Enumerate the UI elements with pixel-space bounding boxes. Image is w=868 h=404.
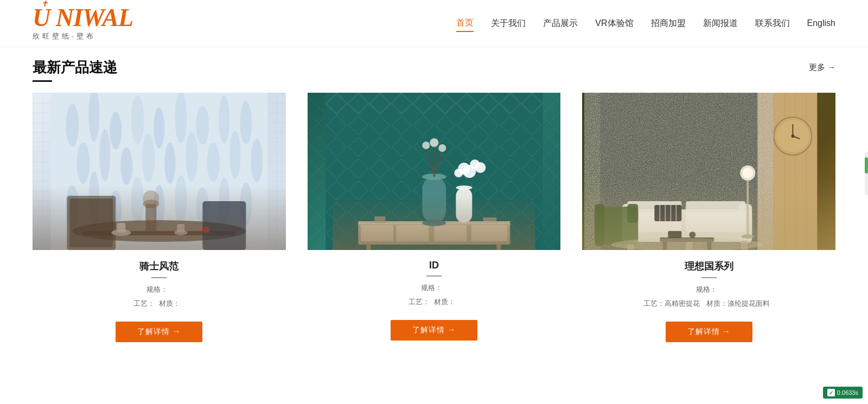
svg-rect-92 xyxy=(686,241,693,250)
svg-rect-100 xyxy=(595,204,605,246)
svg-point-56 xyxy=(456,185,472,190)
product-specs-1: 规格： 工艺：材质： xyxy=(38,283,280,311)
product-info-1: 骑士风范 规格： 工艺：材质： 了解详情 → xyxy=(33,250,286,342)
products-grid: 骑士风范 规格： 工艺：材质： 了解详情 → xyxy=(33,93,835,342)
product-name-1: 骑士风范 xyxy=(38,260,280,273)
svg-rect-29 xyxy=(83,231,235,235)
nav-item-contact[interactable]: 联系我们 xyxy=(755,16,790,31)
svg-rect-31 xyxy=(69,198,113,247)
product-name-3: 理想国系列 xyxy=(588,260,830,273)
product-card-3: 理想国系列 规格： 工艺：高精密提花 材质：涤纶提花面料 了解详情 → xyxy=(582,93,835,342)
svg-rect-37 xyxy=(117,223,125,233)
svg-rect-84 xyxy=(622,209,752,242)
nav-item-about[interactable]: 关于我们 xyxy=(491,16,526,31)
product-divider-2 xyxy=(426,275,442,277)
svg-rect-88 xyxy=(686,210,746,232)
product-info-2: ID 规格： 工艺：材质： 了解详情 → xyxy=(308,250,561,341)
svg-rect-45 xyxy=(358,221,510,225)
svg-rect-90 xyxy=(686,201,746,212)
main-content: 最新产品速递 更多 → xyxy=(0,47,868,364)
svg-rect-51 xyxy=(496,243,501,250)
svg-point-65 xyxy=(422,142,430,149)
svg-point-21 xyxy=(110,190,122,228)
svg-rect-46 xyxy=(361,225,393,241)
svg-point-3 xyxy=(110,112,122,150)
svg-point-110 xyxy=(742,234,755,239)
product-image-svg-1 xyxy=(33,93,286,250)
svg-rect-101 xyxy=(628,204,639,223)
logo-area: U✝ UNIWALNIWAL 欣旺壁纸·壁布 xyxy=(33,5,133,41)
svg-point-23 xyxy=(154,185,164,226)
product-card-2: ID 规格： 工艺：材质： 了解详情 → xyxy=(308,93,561,342)
svg-rect-30 xyxy=(67,196,116,250)
svg-rect-89 xyxy=(628,201,682,212)
svg-point-8 xyxy=(219,96,229,144)
svg-rect-93 xyxy=(742,241,748,250)
svg-point-6 xyxy=(175,93,187,143)
product-divider-1 xyxy=(151,277,167,278)
svg-rect-104 xyxy=(707,242,712,250)
svg-rect-83 xyxy=(601,93,758,250)
svg-rect-47 xyxy=(396,225,429,241)
nav-item-news[interactable]: 新闻报道 xyxy=(703,16,738,31)
svg-point-7 xyxy=(196,106,209,145)
product-image-2[interactable] xyxy=(308,93,561,250)
svg-point-10 xyxy=(76,143,90,184)
svg-point-66 xyxy=(430,138,438,147)
svg-point-15 xyxy=(186,132,197,182)
svg-point-1 xyxy=(66,104,79,147)
scrollbar-indicator[interactable] xyxy=(865,152,868,195)
section-title: 最新产品速递 xyxy=(33,58,117,77)
learn-more-button-2[interactable]: 了解详情 → xyxy=(391,320,477,341)
svg-point-11 xyxy=(99,129,110,181)
svg-rect-107 xyxy=(747,174,749,236)
svg-point-59 xyxy=(470,159,480,169)
learn-more-button-1[interactable]: 了解详情 → xyxy=(116,322,202,342)
svg-rect-55 xyxy=(456,188,472,223)
svg-point-16 xyxy=(207,143,220,182)
product-specs-3: 规格： 工艺：高精密提花 材质：涤纶提花面料 xyxy=(588,283,830,311)
svg-point-25 xyxy=(196,187,209,226)
svg-rect-48 xyxy=(434,225,467,241)
svg-point-35 xyxy=(143,190,159,207)
svg-rect-91 xyxy=(628,241,634,250)
svg-rect-39 xyxy=(177,224,184,233)
svg-point-9 xyxy=(240,101,252,144)
logo-u: U✝ xyxy=(33,4,56,31)
svg-rect-99 xyxy=(595,207,639,245)
svg-point-20 xyxy=(88,171,99,226)
nav-item-english[interactable]: English xyxy=(807,16,835,30)
nav-item-franchise[interactable]: 招商加盟 xyxy=(651,16,686,31)
learn-more-button-3[interactable]: 了解详情 → xyxy=(666,322,752,342)
product-image-3[interactable] xyxy=(582,93,835,250)
nav-item-vr[interactable]: VR体验馆 xyxy=(595,16,633,31)
svg-rect-85 xyxy=(622,204,636,243)
svg-point-38 xyxy=(174,230,187,235)
svg-rect-69 xyxy=(483,217,496,223)
more-link[interactable]: 更多 → xyxy=(809,62,835,73)
product-image-svg-2 xyxy=(308,93,561,250)
nav-item-products[interactable]: 产品展示 xyxy=(543,16,578,31)
section-title-underline xyxy=(33,80,52,82)
section-header: 最新产品速递 更多 → xyxy=(33,58,835,82)
svg-rect-103 xyxy=(663,242,667,250)
main-nav: 首页 关于我们 产品展示 VR体验馆 招商加盟 新闻报道 联系我们 Englis… xyxy=(456,15,835,32)
svg-point-28 xyxy=(72,220,246,242)
svg-rect-44 xyxy=(358,223,510,245)
svg-point-18 xyxy=(251,139,263,182)
product-name-2: ID xyxy=(313,260,556,271)
logo-brand[interactable]: U✝ UNIWALNIWAL xyxy=(33,5,133,30)
svg-point-22 xyxy=(131,177,144,226)
svg-point-54 xyxy=(422,220,446,226)
svg-point-111 xyxy=(611,238,763,250)
product-image-1[interactable] xyxy=(33,93,286,250)
scrollbar-thumb xyxy=(865,157,868,174)
logo-subtitle: 欣旺壁纸·壁布 xyxy=(33,31,96,41)
svg-point-36 xyxy=(111,229,131,236)
section-title-group: 最新产品速递 xyxy=(33,58,117,82)
svg-rect-68 xyxy=(374,216,385,223)
svg-rect-49 xyxy=(471,225,507,241)
nav-item-home[interactable]: 首页 xyxy=(456,15,474,32)
svg-point-61 xyxy=(454,169,463,177)
svg-point-24 xyxy=(175,175,187,225)
